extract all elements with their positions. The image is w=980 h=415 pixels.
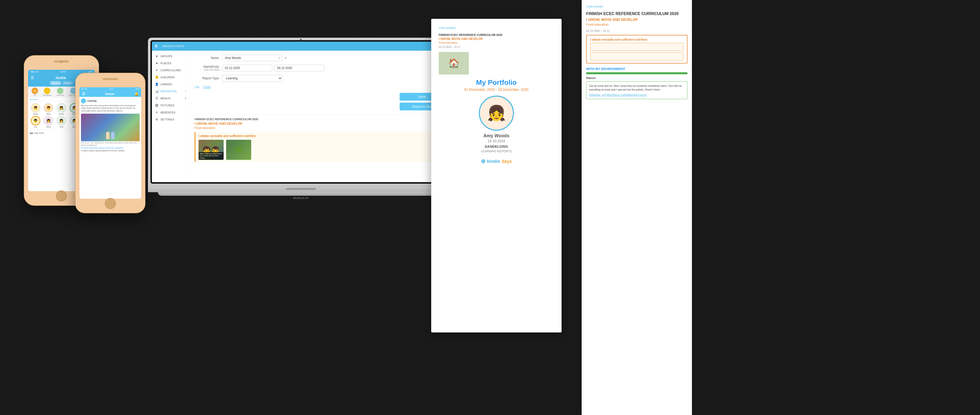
iphone2-signal: 311 88 bbox=[81, 88, 87, 90]
menus-icon: ☰ bbox=[155, 97, 158, 100]
sidebar-item-pictures[interactable]: 🖼 PICTURES bbox=[152, 102, 189, 109]
rp-nutrition-box: I obtain versatile and sufficient nutrit… bbox=[586, 35, 687, 64]
iphone2-statusbar: 311 88 13:21 94% bbox=[80, 87, 141, 91]
portfolio-document: Child portfolio FINNISH ECEC REFERENCE C… bbox=[431, 19, 562, 332]
iphone1-time: 18:57 bbox=[60, 70, 66, 73]
sidebar-item-settings[interactable]: ⚙ SETTINGS bbox=[152, 116, 189, 123]
date-end-input[interactable] bbox=[274, 65, 325, 71]
nav-manage-posts[interactable]: MANAGE POSTS bbox=[161, 44, 186, 49]
rp-date: 01.12.2020 – 15 11 bbox=[586, 29, 687, 32]
rp-green-bar bbox=[586, 72, 687, 74]
date-start-input[interactable] bbox=[222, 65, 272, 71]
name-input[interactable] bbox=[222, 55, 282, 61]
children-icon: 👶 bbox=[155, 75, 158, 79]
toggle-list[interactable]: List bbox=[194, 85, 199, 89]
sidebar-item-children[interactable]: 👶 CHILDREN bbox=[152, 74, 189, 81]
report-images: 🧒👦 2860-<hild-curriculum-report-01-13-20… bbox=[199, 140, 442, 160]
app-body: ★ GROUPS ★ PLACES ✦ CURRICULUMS bbox=[152, 51, 450, 182]
iphone1-tab-groups[interactable]: Groups bbox=[50, 81, 61, 85]
sidebar-item-absences[interactable]: ✕ ABSENCES bbox=[152, 109, 189, 116]
portfolio-top-link[interactable]: Child portfolio bbox=[439, 26, 554, 29]
rp-story-link[interactable]: JK9fvdu6c_gmT0DLBGkz2r-Liq2N6Ab/view?usp… bbox=[589, 94, 685, 96]
rp-nature-section-title: WITH MY ENVIRONMENT bbox=[586, 67, 687, 71]
iphone1-tab-places[interactable]: Places bbox=[62, 81, 73, 85]
macbook-bezel: K MANAGE POSTS ★ GROUPS ★ PLAC bbox=[150, 40, 451, 184]
absences-icon: ✕ bbox=[155, 111, 158, 114]
iphone2-post-text: We have been discussing about friendship… bbox=[81, 104, 140, 112]
portfolio-food: Food education bbox=[439, 41, 554, 44]
portfolio-curriculum: FINNISH ECEC REFERENCE CURRICULUM 2020 bbox=[439, 34, 554, 37]
portfolio-title: My Portfolio bbox=[439, 78, 554, 86]
portfolio-avatar: 👧 bbox=[479, 96, 514, 131]
rp-curriculum: FINNISH ECEC REFERENCE CURRICULUM 2020 bbox=[586, 11, 687, 16]
sidebar-item-groups[interactable]: ★ GROUPS bbox=[152, 53, 189, 60]
list-chart-toggle: List Chart bbox=[194, 85, 445, 89]
report-img-1[interactable]: 🧒👦 2860-<hild-curriculum-report-01-13-20… bbox=[199, 140, 224, 160]
child-avatar-thea[interactable]: 👧 Thea bbox=[56, 116, 67, 128]
portfolio-date-range: 01 December, 2020 - 28 December, 2020 bbox=[439, 88, 554, 92]
iphone2-header: ☰ Anton 🔔 bbox=[80, 91, 141, 97]
rp-story-text: Can be snow and ice. Now I know why my s… bbox=[589, 84, 685, 92]
app-main: Name: ▾ Starts/Ends: (max 365 da bbox=[189, 51, 450, 182]
phone-home-button-1[interactable] bbox=[56, 190, 67, 201]
macbook-camera bbox=[300, 39, 302, 40]
form-row-dates: Starts/Ends: (max 365 days) bbox=[194, 65, 445, 71]
form-dates-note: (max 365 days) bbox=[204, 69, 220, 71]
right-panel-inner: Child portfolio FINNISH ECEC REFERENCE C… bbox=[582, 0, 692, 107]
rp-food: Food education bbox=[586, 22, 687, 26]
report-grow: I GROW, MOVE AND DEVELOP bbox=[194, 122, 445, 126]
report-type-select[interactable]: Learning bbox=[222, 75, 282, 82]
form-label-name: Name: bbox=[194, 56, 220, 60]
app-sidebar: ★ GROUPS ★ PLACES ✦ CURRICULUMS bbox=[152, 51, 189, 182]
scene: Telia 4G 18:57 17% ☰ Jackie 🔔 Groups Pla… bbox=[0, 0, 980, 415]
groups-icon: ★ bbox=[155, 54, 158, 58]
portfolio-cover-photo: 🏠 bbox=[439, 52, 469, 75]
rp-child-link[interactable]: Child portfolio bbox=[586, 5, 687, 8]
child-avatar-bronte[interactable]: 👧 Bronte bbox=[56, 103, 67, 115]
report-subsection-nutrition: I obtain versatile and sufficient nutrit… bbox=[194, 132, 445, 162]
app-topbar: K MANAGE POSTS bbox=[152, 42, 450, 51]
name-dropdown-arrow[interactable]: ▾ bbox=[285, 56, 286, 60]
phone-home-button-2[interactable] bbox=[105, 198, 116, 209]
iphone2-post-title: Learning bbox=[87, 100, 97, 102]
form-label-dates: Starts/Ends: bbox=[203, 65, 220, 69]
report-section: FINNISH ECEC REFERENCE CURRICULUM 2020 I… bbox=[194, 115, 445, 162]
iphone2-post-header: ✓ Learning bbox=[81, 98, 140, 104]
sidebar-item-curriculums[interactable]: ✦ CURRICULUMS bbox=[152, 67, 189, 74]
phone-camera-1 bbox=[60, 61, 63, 63]
sidebar-item-menus[interactable]: ☰ MENUS ▾ bbox=[152, 95, 189, 102]
iphone1-child-name: Jackie bbox=[56, 76, 66, 80]
macbook-screen: K MANAGE POSTS ★ GROUPS ★ PLAC bbox=[152, 42, 450, 182]
report-type-select-wrap: Learning bbox=[222, 75, 282, 82]
iphone2: 311 88 13:21 94% ☰ Anton 🔔 ✓ Lea bbox=[75, 73, 145, 213]
iphone2-time: 13:21 bbox=[109, 88, 114, 90]
toggle-chart[interactable]: Chart bbox=[203, 85, 211, 89]
iphone2-skill1: Chooses particular colours to use for a … bbox=[81, 147, 140, 149]
portfolio-group: DANDELIONS bbox=[439, 145, 554, 148]
macbook-notch bbox=[286, 188, 316, 190]
child-avatar-archie[interactable]: 👦 Archie bbox=[30, 103, 41, 115]
sidebar-item-reporting[interactable]: 📊 REPORTING ▾ bbox=[152, 88, 189, 95]
rp-nutrition-title: I obtain versatile and sufficient nutrit… bbox=[590, 38, 683, 42]
portfolio-avatar-wrap: 👧 bbox=[439, 96, 554, 131]
macbook-lid: K MANAGE POSTS ★ GROUPS ★ PLAC bbox=[148, 38, 454, 186]
form-dates-wrap bbox=[222, 65, 325, 71]
phone-screen-2: 311 88 13:21 94% ☰ Anton 🔔 ✓ Lea bbox=[80, 87, 141, 199]
portfolio-child-name: Amy Woods bbox=[439, 133, 554, 139]
sidebar-item-carers[interactable]: 👤 CARERS bbox=[152, 81, 189, 88]
iphone2-content: ✓ Learning We have been discussing about… bbox=[80, 97, 141, 153]
child-avatar-leo[interactable]: 👦 Leo bbox=[30, 116, 41, 128]
report-img-2[interactable]: 🌿 bbox=[226, 140, 251, 160]
curriculums-icon: ✦ bbox=[155, 69, 158, 72]
portfolio-logo: ⊕ kindiedays bbox=[439, 158, 554, 164]
macbook-base bbox=[148, 186, 454, 192]
iphone2-age-tag: EYFS 40 - 60+ MONTHS - EXPRESSIVE ARTS A… bbox=[81, 142, 140, 146]
child-avatar-marie[interactable]: 👧 Marie bbox=[43, 116, 55, 128]
iphone1-signal: Telia 4G bbox=[30, 70, 38, 73]
sidebar-item-places[interactable]: ★ PLACES bbox=[152, 60, 189, 67]
rp-grow: I GROW, MOVE AND DEVELOP bbox=[586, 18, 687, 22]
iphone1-carer-filter[interactable]: Carer bbox=[32, 98, 38, 101]
portfolio-grow: I GROW, MOVE AND DEVELOP bbox=[439, 37, 554, 41]
child-avatar-aiden[interactable]: 👦 Aiden bbox=[43, 103, 55, 115]
carers-icon: 👤 bbox=[155, 83, 158, 86]
